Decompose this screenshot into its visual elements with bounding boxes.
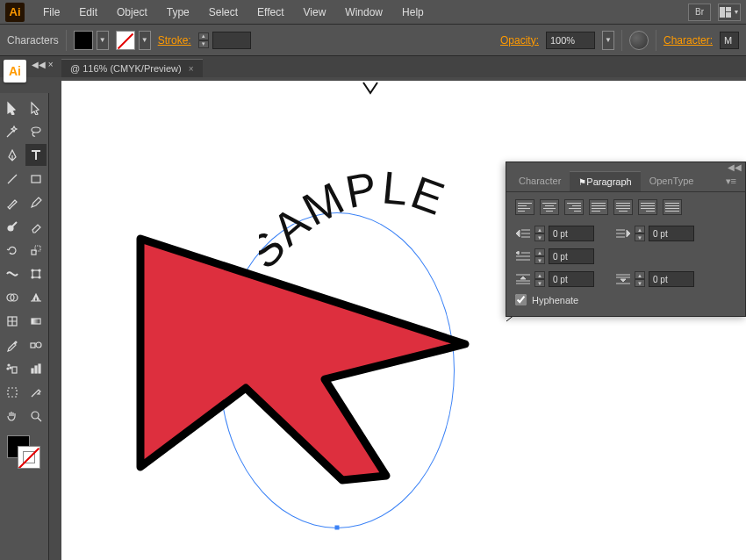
justify-left-button[interactable]: [589, 199, 608, 215]
stepper-down[interactable]: ▼: [635, 279, 645, 287]
blob-brush-tool[interactable]: [2, 215, 24, 237]
indent-up[interactable]: ▲: [534, 226, 545, 233]
width-tool[interactable]: [2, 262, 24, 284]
first-line-indent-icon: [515, 250, 531, 262]
stroke-swatch[interactable]: [116, 31, 135, 50]
fill-dropdown[interactable]: ▼: [97, 31, 109, 50]
document-tab[interactable]: @ 116% (CMYK/Preview) ×: [61, 59, 203, 77]
slice-tool[interactable]: [25, 381, 47, 403]
shape-builder-tool[interactable]: [2, 286, 24, 308]
first-line-indent-input[interactable]: [549, 248, 594, 264]
stepper-up[interactable]: ▲: [534, 248, 545, 256]
selection-tool[interactable]: [2, 97, 24, 118]
stepper-down[interactable]: ▼: [635, 233, 645, 241]
paintbrush-tool[interactable]: [2, 191, 24, 213]
stroke-color-box[interactable]: [18, 446, 40, 469]
opacity-input[interactable]: [546, 32, 595, 49]
menu-file[interactable]: File: [33, 6, 69, 18]
opacity-label[interactable]: Opacity:: [500, 34, 539, 47]
fill-stroke-control[interactable]: [2, 434, 47, 472]
panel-menu-button[interactable]: ▾≡: [717, 171, 745, 191]
justify-center-button[interactable]: [613, 199, 633, 215]
tab-character[interactable]: Character: [510, 171, 570, 191]
menu-type[interactable]: Type: [157, 6, 199, 18]
hand-tool[interactable]: [2, 405, 24, 427]
stroke-weight-input[interactable]: [212, 32, 251, 49]
left-indent-input[interactable]: [549, 226, 594, 241]
rotate-tool[interactable]: [2, 239, 24, 261]
fill-swatch[interactable]: [74, 31, 93, 50]
pencil-tool[interactable]: [25, 191, 47, 213]
menu-help[interactable]: Help: [392, 6, 434, 18]
hyphenate-checkbox[interactable]: [515, 294, 527, 305]
opacity-dropdown[interactable]: ▼: [602, 31, 614, 50]
stepper-up[interactable]: ▲: [635, 226, 645, 233]
svg-point-21: [36, 342, 41, 348]
grid-icon: [720, 7, 732, 18]
stroke-label[interactable]: Stroke:: [158, 34, 191, 47]
anchor-point[interactable]: [335, 526, 340, 530]
artboard-tool[interactable]: [2, 381, 24, 403]
type-tool[interactable]: [25, 144, 47, 166]
stroke-up[interactable]: ▲: [198, 32, 209, 40]
stepper-up[interactable]: ▲: [635, 271, 645, 279]
bridge-button[interactable]: Br: [688, 4, 711, 21]
perspective-grid-tool[interactable]: [25, 286, 47, 308]
column-graph-tool[interactable]: [25, 357, 47, 379]
symbol-sprayer-tool[interactable]: [2, 357, 24, 379]
panel-collapse-icon[interactable]: ◀◀: [728, 162, 742, 172]
menu-view[interactable]: View: [294, 6, 336, 18]
stepper-up[interactable]: ▲: [534, 271, 545, 279]
menu-effect[interactable]: Effect: [247, 6, 293, 18]
stepper-down[interactable]: ▼: [534, 256, 545, 264]
justify-all-button[interactable]: [663, 199, 682, 215]
character-label[interactable]: Character:: [664, 34, 713, 47]
justify-right-button[interactable]: [638, 199, 657, 215]
tab-close-button[interactable]: ×: [189, 64, 194, 74]
svg-rect-22: [12, 367, 17, 373]
pen-tool[interactable]: [2, 144, 24, 166]
space-after-input[interactable]: [649, 271, 694, 287]
align-left-button[interactable]: [515, 199, 534, 215]
character-font-input[interactable]: [720, 32, 739, 49]
magic-wand-tool[interactable]: [2, 120, 24, 142]
svg-rect-28: [39, 364, 40, 373]
menu-window[interactable]: Window: [335, 6, 392, 18]
svg-line-6: [8, 175, 17, 183]
blend-tool[interactable]: [25, 334, 47, 355]
stepper-down[interactable]: ▼: [534, 279, 545, 287]
menu-select[interactable]: Select: [199, 6, 247, 18]
lasso-tool[interactable]: [25, 120, 47, 142]
eyedropper-tool[interactable]: [2, 334, 24, 355]
align-center-button[interactable]: [540, 199, 559, 215]
stroke-dropdown[interactable]: ▼: [139, 31, 151, 50]
free-transform-tool[interactable]: [25, 262, 47, 284]
gradient-tool[interactable]: [25, 310, 47, 332]
svg-rect-19: [32, 319, 40, 324]
space-before-input[interactable]: [549, 271, 594, 287]
tab-opentype[interactable]: OpenType: [641, 171, 703, 191]
recolor-artwork-icon[interactable]: [629, 31, 649, 50]
stroke-down[interactable]: ▼: [198, 40, 209, 48]
menu-bar: Ai File Edit Object Type Select Effect V…: [0, 0, 746, 25]
mesh-tool[interactable]: [2, 310, 24, 332]
direct-selection-tool[interactable]: [25, 97, 47, 118]
indent-down[interactable]: ▼: [534, 233, 545, 241]
line-segment-tool[interactable]: [2, 168, 24, 190]
menu-edit[interactable]: Edit: [69, 6, 107, 18]
svg-point-13: [39, 269, 40, 271]
arrange-docs-button[interactable]: ▼: [718, 4, 741, 21]
align-right-button[interactable]: [564, 199, 584, 215]
right-indent-input[interactable]: [649, 226, 694, 241]
eraser-tool[interactable]: [25, 215, 47, 237]
scale-tool[interactable]: [25, 239, 47, 261]
menu-object[interactable]: Object: [107, 6, 157, 18]
tab-paragraph[interactable]: Paragraph: [570, 171, 640, 191]
rectangle-tool[interactable]: [25, 168, 47, 190]
svg-rect-7: [32, 176, 40, 183]
artboard[interactable]: SAMPLE: [61, 81, 746, 560]
panel-collapse-handle[interactable]: ◀◀ ×: [32, 60, 54, 69]
zoom-tool[interactable]: [25, 405, 47, 427]
svg-rect-20: [31, 343, 35, 348]
svg-point-23: [8, 364, 10, 366]
